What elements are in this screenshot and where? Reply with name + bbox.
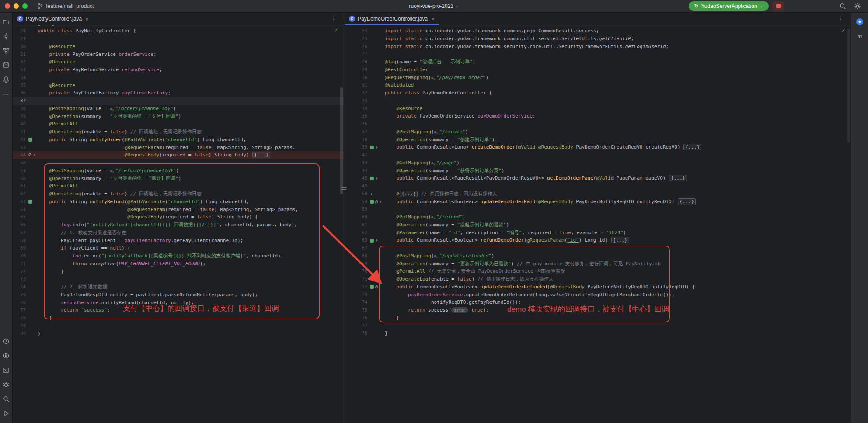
line-number[interactable]: 62 [13, 190, 26, 198]
code-line-77[interactable]: 77 [345, 322, 851, 330]
line-number[interactable]: 78 [345, 329, 367, 337]
code-line-71[interactable]: 71 throw exception(PAY_CHANNEL_CLIENT_NO… [13, 260, 344, 268]
line-number[interactable]: 42 [13, 136, 26, 144]
code-line-59[interactable]: 59 @PostMapping(value = ⊕⌄"/refund/{chan… [13, 167, 344, 175]
code-line-30[interactable]: 30@RequestMapping(⊕⌄"/pay/demo-order") [345, 74, 851, 82]
code-line-75[interactable]: 75 return success(data: true); [345, 306, 851, 314]
code-line-31[interactable]: 31 private PayOrderService orderService; [13, 51, 344, 59]
aop-advice-icon[interactable]: @ [375, 283, 378, 291]
sidebar-item-services[interactable] [1, 350, 11, 361]
scrollbar-thumb[interactable] [340, 87, 343, 194]
sidebar-item-structure[interactable] [1, 45, 11, 56]
code-line-38[interactable]: 38 @Operation(summary = "创建示例订单") [345, 136, 851, 144]
code-line-70[interactable]: 70 log.error("[notifyCallback][渠道编号({}) … [13, 252, 344, 260]
tab-paydemoordercontroller[interactable]: C PayDemoOrderController.java × [345, 13, 439, 25]
line-number[interactable]: 42 [345, 151, 367, 159]
code-line-42[interactable]: 42 public String notifyOrder(@PathVariab… [13, 136, 344, 144]
code-line-43[interactable]: 43 @GetMapping(⊕⌄"/page") [345, 159, 851, 167]
line-number[interactable]: 66 [13, 221, 26, 229]
editor-options-kebab-icon[interactable]: ⋮ [331, 15, 337, 22]
code-line-79[interactable]: 79 [13, 322, 344, 330]
line-number[interactable]: 76 [345, 314, 367, 322]
code-line-37[interactable]: 37 [13, 97, 344, 105]
line-number[interactable]: 69 [13, 244, 26, 252]
code-line-37[interactable]: 37 @PostMapping(⊕⌄"/create") [345, 128, 851, 136]
splitter-grip[interactable] [341, 187, 347, 191]
sidebar-item-find[interactable] [1, 394, 11, 404]
code-line-29[interactable]: 29 [13, 35, 344, 43]
code-line-33[interactable]: 33 [345, 97, 851, 105]
code-line-58[interactable]: 58 [13, 159, 344, 167]
code-line-39[interactable]: 39› public CommonResult<Long> createDemo… [345, 143, 851, 151]
line-number[interactable]: 67 [13, 229, 26, 237]
code-line-31[interactable]: 31@Validated [345, 81, 851, 89]
code-line-54[interactable]: 54@› public CommonResult<Boolean> update… [345, 198, 851, 206]
code-line-80[interactable]: 80} [13, 330, 344, 338]
line-number[interactable]: 80 [13, 330, 26, 338]
code-line-76[interactable]: 76 refundService.notifyRefund(channelId,… [13, 299, 344, 307]
line-number[interactable]: 73 [345, 291, 367, 299]
aop-advice-icon[interactable]: @ [375, 198, 378, 206]
code-line-68[interactable]: 68 PayClient payClient = payClientFactor… [13, 237, 344, 245]
code-line-26[interactable]: 26import static cn.iocoder.yudao.framewo… [345, 43, 851, 51]
window-close-button[interactable] [5, 3, 10, 9]
code-line-63[interactable]: 63› public CommonResult<Boolean> refundD… [345, 236, 851, 244]
code-line-67[interactable]: 67 [345, 244, 851, 252]
code-line-69[interactable]: 69 if (payClient == null) { [13, 244, 344, 252]
spring-mapping-icon[interactable] [370, 177, 374, 180]
line-number[interactable]: 29 [13, 35, 26, 43]
line-number[interactable]: 78 [13, 314, 26, 322]
code-line-39[interactable]: 39 @Operation(summary = "支付渠道的统一【支付】回调") [13, 113, 344, 121]
code-line-61[interactable]: 61 @Operation(summary = "发起示例订单的退款") [345, 221, 851, 229]
line-number[interactable]: 30 [13, 43, 26, 51]
line-number[interactable]: 38 [345, 136, 367, 144]
line-number[interactable]: 74 [345, 298, 367, 306]
code-line-40[interactable]: 40 @PermitAll [13, 120, 344, 128]
line-number[interactable]: 41 [13, 128, 26, 136]
code-line-68[interactable]: 68 @PostMapping(⊕⌄"/update-refunded") [345, 252, 851, 260]
line-number[interactable]: 44 [13, 151, 26, 159]
inspection-status-icon[interactable]: ✓ [841, 27, 846, 34]
sidebar-item-terminal[interactable] [1, 365, 11, 375]
line-number[interactable]: 73 [13, 275, 26, 283]
code-line-35[interactable]: 35 private PayDemoOrderService payDemoOr… [345, 112, 851, 120]
spring-mapping-icon[interactable] [28, 200, 32, 204]
fold-chevron-icon[interactable]: › [379, 199, 382, 204]
code-line-60[interactable]: 60 @Operation(summary = "支付渠道的统一【退款】回调") [13, 175, 344, 183]
code-line-32[interactable]: 32public class PayDemoOrderController { [345, 89, 851, 97]
line-number[interactable]: 65 [13, 213, 26, 221]
code-line-36[interactable]: 36 [345, 120, 851, 128]
line-number[interactable]: 72 [345, 283, 367, 291]
code-line-71[interactable]: 71 @OperateLog(enable = false) // 禁用操作日志… [345, 275, 851, 283]
code-line-28[interactable]: 28public class PayNotifyController { [13, 27, 344, 35]
spring-mapping-icon[interactable] [370, 285, 374, 289]
line-number[interactable]: 61 [345, 221, 367, 229]
code-line-73[interactable]: 73 payDemoOrderService.updateDemoOrderRe… [345, 291, 851, 299]
code-line-67[interactable]: 67 // 1. 校验支付渠道是否存在 [13, 229, 344, 237]
line-number[interactable]: 59 [13, 167, 26, 175]
editor-content-right[interactable]: 24import static cn.iocoder.yudao.framewo… [345, 25, 851, 423]
line-number[interactable]: 71 [345, 275, 367, 283]
line-number[interactable]: 70 [345, 267, 367, 275]
line-number[interactable]: 69 [345, 260, 367, 268]
close-tab-icon[interactable]: × [431, 16, 435, 22]
line-number[interactable]: 24 [345, 27, 367, 35]
sidebar-item-maven[interactable]: m [854, 31, 865, 42]
window-minimize-button[interactable] [14, 3, 19, 9]
fold-chevron-icon[interactable]: › [33, 153, 36, 157]
line-number[interactable]: 71 [13, 260, 26, 268]
code-line-43[interactable]: 43 @RequestParam(required = false) Map<S… [13, 144, 344, 152]
code-line-44[interactable]: 44 @Operation(summary = "获得示例订单分页") [345, 167, 851, 175]
fold-chevron-icon[interactable]: › [375, 238, 378, 243]
fold-chevron-icon[interactable]: › [375, 176, 378, 180]
code-line-69[interactable]: 69 @Operation(summary = "更新示例订单为已退款") //… [345, 260, 851, 268]
code-line-25[interactable]: 25import static cn.iocoder.yudao.framewo… [345, 35, 851, 43]
line-number[interactable]: 28 [345, 58, 367, 66]
line-number[interactable]: 59 [345, 205, 367, 213]
line-number[interactable]: 68 [345, 252, 367, 260]
code-line-78[interactable]: 78} [345, 329, 851, 337]
code-line-42[interactable]: 42 [345, 151, 851, 159]
folded-code-chip[interactable]: {...} [252, 152, 270, 158]
spring-mapping-icon[interactable] [370, 200, 374, 204]
line-number[interactable]: 68 [13, 237, 26, 245]
